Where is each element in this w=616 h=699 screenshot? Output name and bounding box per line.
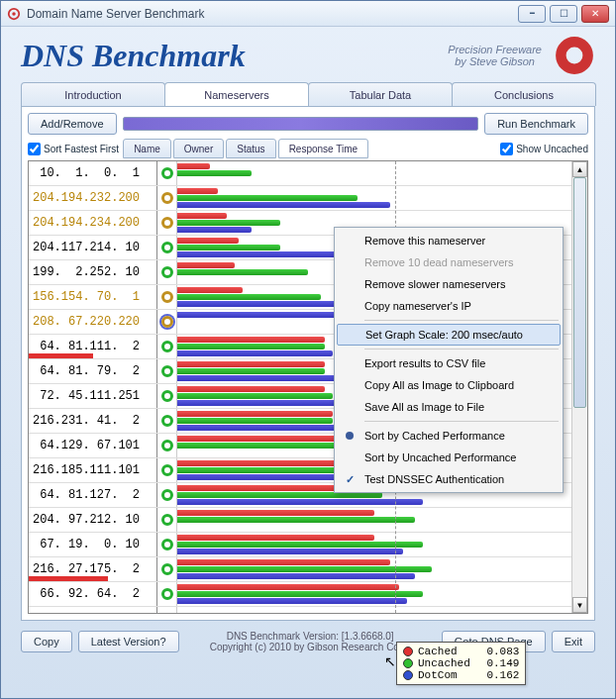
response-bars [177, 557, 587, 581]
table-row[interactable]: 66. 92. 64. 2 [29, 582, 587, 607]
ip-cell: 64.129. 67.101 [29, 434, 157, 457]
status-dot-icon [157, 533, 177, 556]
ip-cell: 156.154. 70. 1 [29, 285, 157, 309]
app-name: DNS Benchmark [21, 38, 448, 74]
status-dot-icon [157, 335, 177, 358]
ip-cell: 204.194.232.200 [29, 186, 157, 210]
ip-cell: 216.231. 41. 2 [29, 409, 157, 433]
tab-nameservers[interactable]: Nameservers [164, 82, 309, 106]
grc-logo-icon [554, 35, 595, 76]
table-row[interactable]: 204.194.232.200 [29, 186, 587, 211]
ip-cell: 216.185.111.101 [29, 458, 157, 482]
exit-button[interactable]: Exit [552, 631, 595, 652]
response-bars [177, 582, 587, 606]
maximize-button[interactable] [550, 5, 577, 23]
progress-bar [123, 117, 479, 131]
status-dot-icon [157, 186, 177, 210]
menu-item[interactable]: Sort by Cached Performance [337, 425, 561, 447]
status-dot-icon [157, 409, 177, 433]
ip-cell: 72. 45.111.251 [29, 384, 157, 408]
ip-cell: 64.102.255. 44 [29, 607, 157, 614]
scrollbar[interactable]: ▲ ▼ [571, 161, 587, 613]
dotcom-dot-icon [403, 670, 413, 680]
response-bars [177, 607, 587, 614]
status-dot-icon [157, 236, 177, 259]
status-dot-icon [157, 359, 177, 383]
scroll-up-icon[interactable]: ▲ [572, 161, 587, 177]
response-bars [177, 186, 587, 210]
ip-cell: 64. 81.127. 2 [29, 483, 157, 507]
menu-item[interactable]: Save All as Image to File [337, 396, 561, 418]
ip-cell: 208. 67.220.220 [29, 310, 157, 334]
ip-cell: 204.117.214. 10 [29, 236, 157, 259]
status-dot-icon [157, 161, 177, 185]
add-remove-button[interactable]: Add/Remove [28, 113, 117, 135]
sort-tab-owner[interactable]: Owner [173, 139, 224, 158]
run-benchmark-button[interactable]: Run Benchmark [484, 113, 588, 135]
ip-cell: 204. 97.212. 10 [29, 508, 157, 532]
ip-cell: 64. 81. 79. 2 [29, 359, 157, 383]
menu-item[interactable]: Set Graph Scale: 200 msec/auto [337, 324, 561, 346]
status-dot-icon [157, 483, 177, 507]
ip-cell: 64. 81.111. 2 [29, 335, 157, 358]
status-dot-icon [157, 458, 177, 482]
status-dot-icon [157, 607, 177, 614]
tab-tabular-data[interactable]: Tabular Data [308, 82, 453, 106]
response-bars [177, 533, 587, 556]
copy-button[interactable]: Copy [21, 631, 72, 652]
tab-conclusions[interactable]: Conclusions [452, 82, 596, 106]
status-dot-icon [157, 582, 177, 606]
tagline: Precision Freeware by Steve Gibson [448, 44, 542, 67]
table-row[interactable]: 67. 19. 0. 10 [29, 533, 587, 557]
status-dot-icon [157, 384, 177, 408]
uncached-dot-icon [403, 658, 413, 668]
app-icon [7, 7, 21, 21]
ip-cell: 199. 2.252. 10 [29, 260, 157, 284]
minimize-button[interactable] [518, 5, 546, 23]
sort-fastest-checkbox[interactable]: Sort Fastest First [28, 143, 119, 155]
status-dot-icon [157, 285, 177, 309]
cursor-icon: ↖ [384, 653, 396, 669]
sort-tab-response-time[interactable]: Response Time [278, 139, 368, 158]
table-row[interactable]: 204. 97.212. 10 [29, 508, 587, 533]
menu-item[interactable]: Export results to CSV file [337, 352, 561, 374]
tab-introduction[interactable]: Introduction [21, 82, 165, 106]
response-bars [177, 161, 587, 185]
scroll-down-icon[interactable]: ▼ [572, 597, 587, 613]
window-title: Domain Name Server Benchmark [27, 7, 518, 21]
table-row[interactable]: 64.102.255. 44 [29, 607, 587, 614]
status-dot-icon [157, 260, 177, 284]
status-dot-icon [157, 211, 177, 235]
header: DNS Benchmark Precision Freeware by Stev… [1, 27, 615, 82]
sort-row: Sort Fastest First NameOwnerStatusRespon… [28, 139, 588, 158]
context-menu: Remove this nameserverRemove 10 dead nam… [334, 227, 564, 493]
ip-cell: 216. 27.175. 2 [29, 557, 157, 581]
menu-item[interactable]: Remove this nameserver [337, 230, 561, 251]
ip-cell: 10. 1. 0. 1 [29, 161, 157, 185]
menu-item[interactable]: Remove slower nameservers [337, 273, 561, 295]
sort-tab-name[interactable]: Name [123, 139, 171, 158]
response-bars [177, 508, 587, 532]
menu-item: Remove 10 dead nameservers [337, 251, 561, 273]
titlebar: Domain Name Server Benchmark [1, 1, 615, 27]
menu-item[interactable]: Copy nameserver's IP [337, 295, 561, 317]
cached-dot-icon [403, 647, 413, 656]
sort-tab-status[interactable]: Status [226, 139, 275, 158]
toolbar: Add/Remove Run Benchmark [28, 113, 588, 135]
scroll-thumb[interactable] [573, 177, 586, 408]
close-button[interactable] [581, 5, 609, 23]
svg-point-1 [12, 12, 16, 16]
latest-version-button[interactable]: Latest Version? [78, 631, 179, 652]
response-tooltip: Cached 0.083 Uncached 0.149 DotCom 0.162 [396, 642, 526, 685]
ip-cell: 204.194.234.200 [29, 211, 157, 235]
status-dot-icon [157, 508, 177, 532]
menu-item[interactable]: Copy All as Image to Clipboard [337, 374, 561, 396]
show-uncached-checkbox[interactable]: Show Uncached [500, 143, 588, 155]
menu-item[interactable]: Test DNSSEC Authentication [337, 468, 561, 490]
main-window: Domain Name Server Benchmark DNS Benchma… [0, 0, 616, 699]
menu-item[interactable]: Sort by Uncached Performance [337, 447, 561, 468]
table-row[interactable]: 10. 1. 0. 1 [29, 161, 587, 186]
ip-cell: 67. 19. 0. 10 [29, 533, 157, 556]
table-row[interactable]: 216. 27.175. 2 [29, 557, 587, 582]
status-dot-icon [157, 434, 177, 457]
